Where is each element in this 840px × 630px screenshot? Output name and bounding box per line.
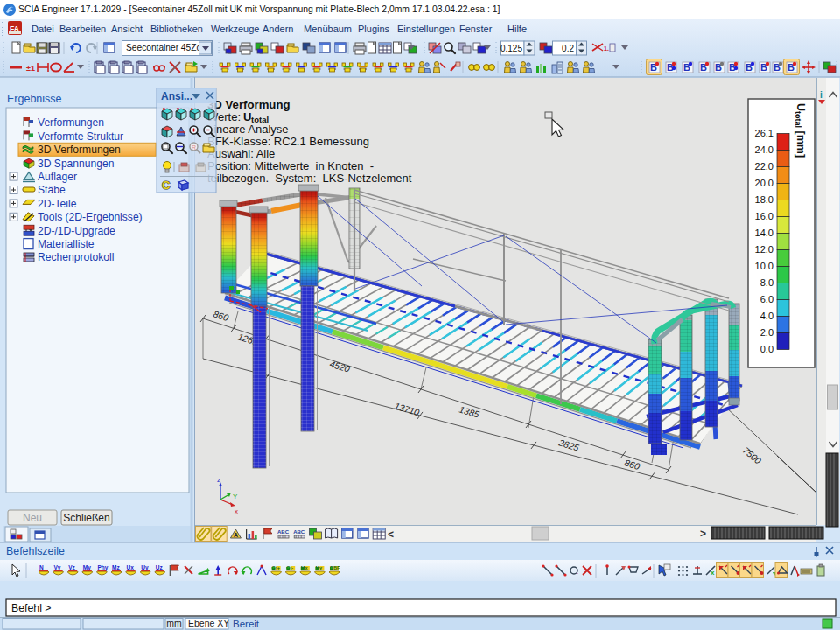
svg-text:Tools (2D-Ergebnisse): Tools (2D-Ergebnisse): [38, 211, 143, 223]
svg-text:z: z: [217, 476, 220, 484]
svg-text:3D Verformungen: 3D Verformungen: [38, 144, 121, 156]
svg-text:Ansicht: Ansicht: [111, 24, 143, 34]
svg-text:24.0: 24.0: [755, 144, 774, 155]
svg-text:R: R: [192, 144, 196, 150]
svg-text:x: x: [163, 106, 165, 111]
svg-text:Ux: Ux: [127, 564, 135, 570]
svg-text:18.0: 18.0: [755, 194, 774, 205]
svg-text:22.0: 22.0: [755, 161, 774, 172]
svg-text:.: .: [577, 568, 578, 576]
svg-text:12.0: 12.0: [755, 244, 774, 255]
svg-text:14.0: 14.0: [755, 228, 774, 238]
svg-text:8.0: 8.0: [760, 277, 774, 288]
svg-text:16.0: 16.0: [755, 211, 774, 221]
svg-text:±1: ±1: [26, 64, 35, 73]
svg-text:Ergebnisse: Ergebnisse: [7, 93, 62, 105]
svg-text:U: U: [243, 110, 251, 123]
svg-text:20.0: 20.0: [755, 178, 774, 188]
svg-text:Auswahl: Alle: Auswahl: Alle: [207, 147, 275, 160]
svg-text:>: >: [700, 528, 706, 540]
svg-text:Ansi...: Ansi...: [161, 90, 192, 102]
svg-text:Verformungen: Verformungen: [38, 116, 104, 129]
svg-text:Bearbeiten: Bearbeiten: [60, 24, 106, 34]
svg-text:Neu: Neu: [23, 512, 42, 524]
svg-text:Werkzeuge: Werkzeuge: [211, 24, 259, 34]
svg-text:i: i: [820, 90, 822, 100]
svg-text:SCIA Engineer 17.1.2029 - [See: SCIA Engineer 17.1.2029 - [Seecontainer …: [18, 4, 500, 14]
svg-text:Befehl >: Befehl >: [11, 602, 51, 614]
svg-text:Rechenprotokoll: Rechenprotokoll: [38, 251, 114, 263]
svg-text:Hilfe: Hilfe: [508, 24, 527, 34]
svg-text:Ändern: Ändern: [262, 24, 293, 34]
svg-text:Uy: Uy: [141, 564, 149, 571]
svg-text:10.0: 10.0: [755, 261, 774, 271]
svg-text:Vz: Vz: [68, 564, 75, 570]
svg-text:3D Verformung: 3D Verformung: [207, 98, 290, 111]
svg-text:2D-/1D-Upgrade: 2D-/1D-Upgrade: [38, 225, 116, 237]
svg-text:Position: Mittelwerte in Knot: Position: Mittelwerte in Knoten -: [207, 159, 374, 172]
svg-text:BFK-Klasse: RC2.1 Bemessung: BFK-Klasse: RC2.1 Bemessung: [207, 135, 369, 148]
svg-text:My: My: [83, 564, 91, 571]
svg-text:Seecontainer 45Zol: Seecontainer 45Zol: [126, 43, 203, 52]
svg-text:My: My: [315, 565, 323, 570]
svg-text:mm: mm: [166, 618, 182, 628]
svg-text:4.0: 4.0: [760, 311, 774, 321]
svg-text:teilbezogen. System: LKS-Net: teilbezogen. System: LKS-Netzelement: [207, 172, 412, 185]
svg-text:Einstellungen: Einstellungen: [397, 24, 455, 34]
svg-text:6.0: 6.0: [760, 294, 774, 304]
svg-text:<: <: [388, 528, 394, 541]
svg-text:Auflager: Auflager: [38, 171, 77, 183]
svg-text:Materialliste: Materialliste: [38, 238, 94, 250]
svg-text:0.125: 0.125: [500, 44, 522, 53]
svg-text:Datei: Datei: [32, 24, 54, 34]
svg-text:0.2: 0.2: [562, 44, 574, 53]
svg-text:Menübaum: Menübaum: [304, 24, 352, 34]
svg-text:Phy: Phy: [97, 564, 108, 571]
svg-text:3D Spannungen: 3D Spannungen: [38, 158, 114, 170]
svg-text:y: y: [177, 106, 179, 111]
svg-text:ABC: ABC: [293, 529, 305, 535]
svg-text:Mz: Mz: [112, 564, 120, 570]
svg-text:ABC: ABC: [277, 529, 290, 535]
svg-text:Y: Y: [233, 493, 238, 500]
svg-text:26.1: 26.1: [755, 128, 774, 138]
svg-text:Verformte Struktur: Verformte Struktur: [38, 130, 123, 143]
svg-text:Befehlszeile: Befehlszeile: [6, 545, 65, 557]
svg-text:x: x: [234, 508, 238, 515]
svg-text:C: C: [162, 178, 171, 192]
svg-text:Schließen: Schließen: [63, 512, 109, 524]
svg-text:N: N: [39, 564, 44, 570]
svg-text:Uz: Uz: [156, 564, 164, 570]
svg-text:Gt-: Gt-: [286, 565, 293, 570]
svg-text:Lineare Analyse: Lineare Analyse: [207, 122, 289, 136]
svg-text:0.0: 0.0: [760, 344, 774, 354]
svg-text:Bibliotheken: Bibliotheken: [150, 24, 203, 34]
svg-text:Stäbe: Stäbe: [38, 184, 66, 196]
svg-text:DBF: DBF: [330, 565, 340, 570]
svg-text:Vy: Vy: [54, 564, 61, 571]
svg-text:Ebene XY: Ebene XY: [188, 618, 229, 628]
svg-text:2D-Teile: 2D-Teile: [38, 198, 77, 210]
svg-text:Mx: Mx: [301, 565, 309, 570]
svg-text:x: x: [710, 569, 715, 577]
svg-text:Fenster: Fenster: [459, 24, 493, 34]
svg-text:1.: 1.: [604, 46, 609, 52]
svg-text:Plugins: Plugins: [358, 24, 390, 34]
svg-text:2.0: 2.0: [760, 327, 774, 338]
svg-text:A: A: [234, 532, 238, 538]
svg-text:Bereit: Bereit: [233, 619, 260, 629]
svg-text:Gt+: Gt+: [272, 565, 280, 570]
